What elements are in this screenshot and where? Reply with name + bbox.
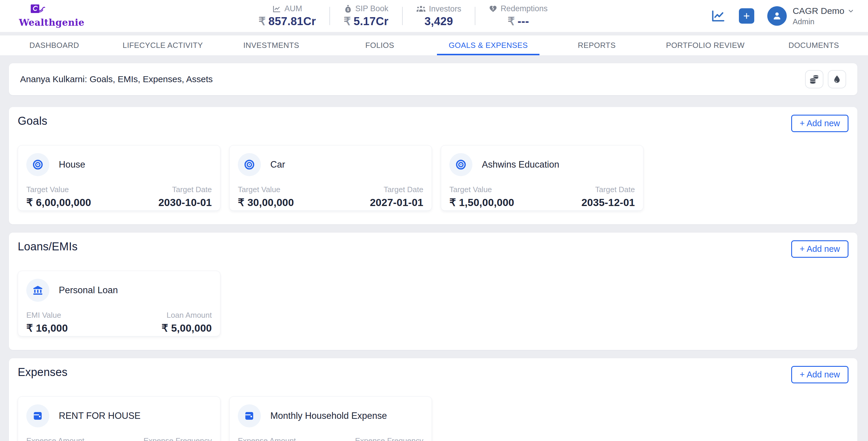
expense-title: RENT FOR HOUSE	[59, 411, 141, 421]
goal-icon-badge	[450, 153, 472, 176]
money-bag-icon: $	[344, 4, 352, 13]
plus-square-icon	[742, 11, 751, 20]
target-icon	[243, 159, 255, 171]
stat-redemptions: Redemptions ₹---	[475, 4, 561, 28]
expense-icon-badge	[238, 404, 261, 428]
expenses-add-new-button[interactable]: + Add new	[791, 366, 848, 383]
bank-icon	[32, 285, 43, 296]
stat-value: 3,429	[425, 15, 453, 28]
field-label: Expense Amount	[238, 436, 296, 441]
goal-icon-badge	[238, 153, 261, 176]
tab-dashboard[interactable]: DASHBOARD	[0, 35, 108, 55]
coins-icon	[809, 74, 819, 84]
goal-card-house: House Target Value₹ 6,00,00,000 Target D…	[18, 145, 220, 211]
avatar	[767, 6, 787, 26]
stat-label: SIP Book	[355, 4, 389, 13]
goal-title: Car	[270, 159, 285, 170]
chart-line-icon	[272, 4, 281, 13]
field-label: Target Date	[582, 185, 635, 194]
trending-up-icon	[711, 8, 726, 24]
field-value: ₹ 6,00,00,000	[26, 197, 91, 208]
user-role: Admin	[793, 17, 855, 26]
target-icon	[455, 159, 467, 171]
field-value: ₹ 16,000	[26, 322, 68, 334]
field-value: ₹ 5,00,000	[162, 322, 212, 334]
tab-portfolio-review[interactable]: PORTFOLIO REVIEW	[651, 35, 760, 55]
expense-card-monthly-household: Monthly Household Expense Expense Amount…	[229, 396, 432, 441]
field-value: 2030-10-01	[158, 197, 212, 208]
field-label: Target Date	[370, 185, 423, 194]
stat-aum: AUM ₹857.81Cr	[245, 4, 330, 28]
expenses-section: Expenses + Add new RENT FOR HOUSE Expens…	[9, 358, 857, 441]
stat-investors: Investors 3,429	[403, 4, 475, 28]
expense-icon-badge	[26, 404, 49, 428]
primary-nav: DASHBOARD LIFECYCLE ACTIVITY INVESTMENTS…	[0, 35, 868, 55]
user-avatar-icon	[771, 10, 783, 22]
analytics-button[interactable]	[711, 8, 726, 24]
liquidity-button[interactable]	[828, 70, 846, 88]
tab-documents[interactable]: DOCUMENTS	[760, 35, 868, 55]
genie-lamp-icon	[31, 4, 46, 17]
stat-label: AUM	[284, 4, 302, 13]
loans-add-new-button[interactable]: + Add new	[791, 240, 848, 258]
goal-title: Ashwins Education	[482, 159, 559, 170]
goal-icon-badge	[26, 153, 49, 176]
brand-logo[interactable]: Wealthgenie	[19, 4, 83, 28]
goal-card-ashwins-education: Ashwins Education Target Value₹ 1,50,00,…	[441, 145, 644, 211]
droplet-icon	[832, 74, 842, 84]
user-name: CAGR Demo	[793, 6, 844, 16]
wallet-icon	[244, 411, 255, 421]
stat-label: Investors	[429, 4, 462, 13]
field-value: 2035-12-01	[582, 197, 635, 208]
goal-title: House	[59, 159, 85, 170]
field-label: Target Value	[450, 185, 514, 194]
chevron-down-icon	[847, 7, 855, 14]
broken-heart-icon	[489, 5, 497, 13]
brand-name: Wealthgenie	[19, 17, 83, 28]
tab-investments[interactable]: INVESTMENTS	[217, 35, 326, 55]
goal-card-car: Car Target Value₹ 30,00,000 Target Date2…	[229, 145, 432, 211]
client-toolbar: Ananya Kulkarni: Goals, EMIs, Expenses, …	[9, 63, 857, 95]
stat-label: Redemptions	[500, 4, 548, 13]
tab-lifecycle-activity[interactable]: LIFECYCLE ACTIVITY	[108, 35, 217, 55]
loans-title: Loans/EMIs	[18, 240, 78, 253]
wallet-icon	[32, 411, 43, 421]
tab-goals-expenses[interactable]: GOALS & EXPENSES	[434, 35, 542, 55]
loans-section: Loans/EMIs + Add new Personal Loan EMI V…	[9, 233, 857, 350]
investors-icon	[416, 5, 426, 13]
field-label: Expense Frequency	[355, 436, 423, 441]
field-label: EMI Value	[26, 311, 68, 320]
loan-icon-badge	[26, 279, 49, 302]
expense-title: Monthly Household Expense	[270, 411, 387, 421]
header-actions: CAGR Demo Admin	[711, 6, 855, 26]
add-button[interactable]	[739, 8, 754, 24]
assets-button[interactable]	[805, 70, 824, 88]
currency-symbol: ₹	[258, 15, 266, 28]
tab-reports[interactable]: REPORTS	[542, 35, 651, 55]
user-menu[interactable]: CAGR Demo Admin	[767, 6, 855, 26]
field-label: Target Value	[238, 185, 294, 194]
target-icon	[32, 159, 44, 171]
stat-value: 5.17Cr	[354, 15, 389, 28]
field-label: Target Date	[158, 185, 212, 194]
field-value: ₹ 1,50,00,000	[450, 197, 514, 208]
expenses-title: Expenses	[18, 366, 67, 379]
field-value: 2027-01-01	[370, 197, 423, 208]
currency-symbol: ₹	[344, 15, 351, 28]
field-value: ₹ 30,00,000	[238, 197, 294, 208]
tab-folios[interactable]: FOLIOS	[326, 35, 434, 55]
field-label: Expense Frequency	[144, 436, 212, 441]
header-stats: AUM ₹857.81Cr $ SIP Book ₹5.17Cr Investo…	[245, 4, 561, 28]
goals-add-new-button[interactable]: + Add new	[791, 115, 848, 132]
stat-value: ---	[518, 15, 529, 28]
app-header: Wealthgenie AUM ₹857.81Cr $ SIP Book ₹5.…	[0, 0, 868, 32]
goals-title: Goals	[18, 115, 47, 127]
stat-sip-book: $ SIP Book ₹5.17Cr	[330, 4, 402, 28]
expense-card-rent: RENT FOR HOUSE Expense Amount₹ 30,000 Ex…	[18, 396, 220, 441]
svg-text:$: $	[347, 7, 349, 11]
goals-section: Goals + Add new House Target Value₹ 6,00…	[9, 107, 857, 224]
client-summary-title: Ananya Kulkarni: Goals, EMIs, Expenses, …	[20, 74, 213, 84]
field-label: Loan Amount	[162, 311, 212, 320]
main-content: Ananya Kulkarni: Goals, EMIs, Expenses, …	[0, 55, 868, 441]
loan-title: Personal Loan	[59, 285, 118, 296]
